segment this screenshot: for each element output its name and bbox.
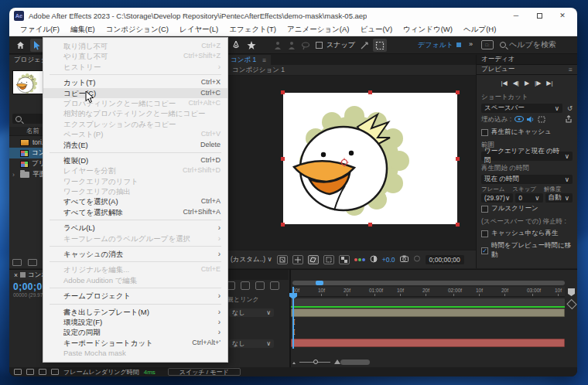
draft-3d-icon[interactable] [26,369,34,375]
switch-mode-button[interactable]: スイッチ / モード [168,368,241,376]
menu-item-duplicate[interactable]: 複製(D)Ctrl+D [43,155,227,165]
live-update-icon[interactable] [14,369,22,375]
play-cached-checkbox[interactable] [481,230,488,237]
motion-blur-master-icon[interactable] [51,369,59,375]
menu-item-select-all[interactable]: すべてを選択(A)Ctrl+A [43,196,227,206]
maximize-button[interactable] [529,9,549,22]
parent-link-dropdown-layer1[interactable]: なし ∨ [229,308,274,317]
tab-preview-panel[interactable]: プレビュー ≡ [477,65,577,75]
menu-item-deselect-all[interactable]: すべてを選択解除Ctrl+Shift+A [43,207,227,217]
panel-menu-icon[interactable]: ≡ [262,56,266,64]
timeline-horizontal-scrollbar[interactable] [340,359,370,365]
choose-view-icon[interactable] [277,255,288,264]
fullscreen-checkbox[interactable] [481,206,488,213]
graph-editor-icon[interactable] [270,281,279,290]
menu-effect[interactable]: エフェクト(T) [224,23,281,36]
time-navigator-bar[interactable] [292,281,565,285]
menu-layer[interactable]: レイヤー(L) [175,23,223,36]
motion-blur-toggle-icon[interactable] [255,281,265,290]
video-include-icon[interactable] [514,116,524,124]
workspace-overflow-button[interactable]: » [469,40,473,48]
comp-breadcrumb[interactable]: コンポジション 1 [226,65,476,76]
close-button[interactable]: ✕ [552,9,573,22]
comp-button-icon[interactable] [566,299,576,309]
mask-visibility-icon[interactable] [308,255,319,264]
menu-item-keyboard-shortcuts[interactable]: キーボードショートカットCtrl+Alt+' [43,338,227,348]
zoom-slider-knob[interactable] [313,359,318,364]
navigator-handle[interactable] [316,281,323,285]
skip-dropdown[interactable]: 0∨ [515,193,542,203]
menu-edit[interactable]: 編集(E) [66,23,100,36]
region-of-interest-icon[interactable] [323,255,334,264]
resolution-dropdown[interactable]: 自動∨ [545,193,573,203]
reset-icon[interactable]: ↺ [567,104,573,112]
magnification-dropdown[interactable]: (カスタム..) ∨ [231,255,272,264]
first-frame-button[interactable]: |◀ [501,80,507,87]
selection-handle[interactable] [368,90,372,94]
minimize-button[interactable]: ─ [506,9,526,22]
layer2-duration-bar[interactable] [291,339,565,347]
selection-handle[interactable] [456,90,460,94]
frame-blend-master-icon[interactable] [39,369,46,375]
selection-handle[interactable] [281,90,285,94]
play-cached-row[interactable]: キャッシュ中なら再生 [477,227,577,240]
menu-item-team-project[interactable]: チームプロジェクト› [43,291,227,301]
parent-link-dropdown-layer2[interactable]: なし ∨ [229,339,274,348]
show-channel-icon[interactable] [354,258,365,261]
selection-handle[interactable] [281,157,285,161]
layer1-row[interactable] [291,308,565,318]
selection-handle[interactable] [456,223,460,227]
menu-view[interactable]: ビュー(V) [355,23,397,36]
menu-item-clear[interactable]: 消去(E)Delete [43,140,227,150]
framerate-dropdown[interactable]: (29.97)∨ [481,193,513,203]
pen-tool[interactable] [229,39,243,52]
new-folder-icon[interactable] [28,259,37,266]
node-tool-icon[interactable] [357,39,371,52]
comp-viewer[interactable] [226,76,476,250]
play-from-dropdown[interactable]: 現在 の時間 ∨ [481,175,573,184]
overlays-include-icon[interactable] [538,116,545,124]
play-button[interactable]: ▶ [525,80,529,87]
workspace-selector[interactable]: デフォルト [418,40,453,50]
menu-item-sync-settings[interactable]: 設定の同期› [43,327,227,337]
property-row-2[interactable]: I [291,328,565,338]
cache-before-checkbox[interactable] [481,129,488,136]
menu-item-copy[interactable]: コピー(C)Ctrl+C [43,88,227,98]
project-settings-icon[interactable] [12,259,22,266]
shortcut-dropdown[interactable]: スペースバー ∨ [481,104,562,113]
cache-before-row[interactable]: 再生前にキャッシュ [477,126,577,138]
share-icon[interactable] [565,115,573,124]
parent-link-column-header[interactable]: 親とリンク [227,295,259,304]
media-browser-icon[interactable]: □: [481,40,494,49]
home-button[interactable] [13,39,27,52]
move-time-row[interactable]: ✓ 時間をプレビュー時間に移動 [477,240,577,261]
menu-window[interactable]: ウィンドウ(W) [398,23,457,36]
last-frame-button[interactable]: ▶| [546,80,552,87]
comp-canvas[interactable] [283,93,457,224]
comp-marker-bin-icon[interactable] [568,288,575,296]
menu-animation[interactable]: アニメーション(A) [282,23,354,36]
move-time-checkbox-checked[interactable]: ✓ [481,247,488,254]
next-frame-button[interactable]: |▶ [535,80,541,87]
menu-file[interactable]: ファイル(F) [15,23,64,36]
audio-include-icon[interactable] [527,116,535,124]
transparency-grid-icon[interactable] [339,255,350,264]
previous-frame-button[interactable]: ◀| [513,80,519,87]
tab-audio-panel[interactable]: オーディオ [477,55,577,65]
expander-icon[interactable]: › [12,171,17,179]
work-area-row[interactable] [291,298,565,308]
grid-guides-icon[interactable] [292,255,303,264]
frame-blend-toggle-icon[interactable] [241,281,250,290]
timeline-graph-area[interactable]: 00f 10f 20f 01:00f 10f 20f 02:00f 10f 20… [289,270,577,367]
menu-item-export-templates[interactable]: 書き出しテンプレート(M)› [43,307,227,317]
tab-comp-viewer[interactable]: コンポ 1 ≡ [226,55,271,65]
menu-help[interactable]: ヘルプ(H) [459,23,501,36]
selection-handle[interactable] [281,223,285,227]
selection-handle[interactable] [456,157,460,161]
menu-item-label[interactable]: ラベル(L)› [43,223,227,233]
panel-menu-icon[interactable]: ≡ [569,66,573,73]
marquee-option-icon[interactable] [373,39,387,52]
current-time-indicator[interactable] [292,287,294,349]
layer1-duration-bar[interactable] [291,308,565,317]
exposure-icon[interactable] [370,255,378,264]
